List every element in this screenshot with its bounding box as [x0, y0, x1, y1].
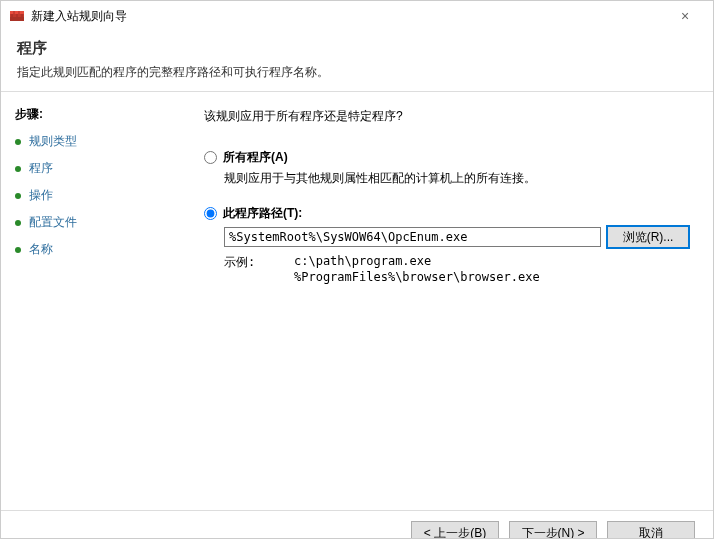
back-button[interactable]: < 上一步(B): [411, 521, 499, 539]
step-label: 操作: [29, 187, 53, 204]
window-title: 新建入站规则向导: [31, 8, 665, 25]
svg-rect-1: [10, 11, 24, 14]
radio-path-label: 此程序路径(T):: [223, 205, 302, 222]
bullet-icon: [15, 166, 21, 172]
next-button[interactable]: 下一步(N) >: [509, 521, 597, 539]
cancel-button[interactable]: 取消: [607, 521, 695, 539]
step-label: 配置文件: [29, 214, 77, 231]
wizard-header: 程序 指定此规则匹配的程序的完整程序路径和可执行程序名称。: [1, 31, 713, 91]
page-subtitle: 指定此规则匹配的程序的完整程序路径和可执行程序名称。: [17, 64, 697, 81]
wizard-steps-sidebar: 步骤: 规则类型 程序 操作 配置文件 名称: [1, 92, 186, 510]
svg-rect-2: [10, 17, 24, 21]
radio-program-path[interactable]: [204, 207, 217, 220]
firewall-icon: [9, 8, 25, 24]
step-rule-type[interactable]: 规则类型: [15, 133, 176, 150]
bullet-icon: [15, 193, 21, 199]
step-profile[interactable]: 配置文件: [15, 214, 176, 231]
step-name[interactable]: 名称: [15, 241, 176, 258]
bullet-icon: [15, 139, 21, 145]
titlebar: 新建入站规则向导 ×: [1, 1, 713, 31]
step-label: 规则类型: [29, 133, 77, 150]
browse-button[interactable]: 浏览(R)...: [607, 226, 689, 248]
example-label: 示例:: [224, 254, 294, 285]
page-title: 程序: [17, 39, 697, 58]
content-question: 该规则应用于所有程序还是特定程序?: [204, 108, 689, 125]
bullet-icon: [15, 220, 21, 226]
step-program[interactable]: 程序: [15, 160, 176, 177]
step-action[interactable]: 操作: [15, 187, 176, 204]
step-label: 程序: [29, 160, 53, 177]
option-program-path[interactable]: 此程序路径(T):: [204, 205, 689, 222]
program-path-input[interactable]: [224, 227, 601, 247]
wizard-footer: < 上一步(B) 下一步(N) > 取消: [1, 511, 713, 539]
close-button[interactable]: ×: [665, 8, 705, 24]
bullet-icon: [15, 247, 21, 253]
option-all-desc: 规则应用于与其他规则属性相匹配的计算机上的所有连接。: [224, 170, 689, 187]
example-values: c:\path\program.exe %ProgramFiles%\brows…: [294, 254, 540, 285]
radio-all-label: 所有程序(A): [223, 149, 288, 166]
wizard-content: 该规则应用于所有程序还是特定程序? 所有程序(A) 规则应用于与其他规则属性相匹…: [186, 92, 713, 510]
option-all-programs[interactable]: 所有程序(A): [204, 149, 689, 166]
step-label: 名称: [29, 241, 53, 258]
steps-heading: 步骤:: [15, 106, 176, 123]
radio-all-programs[interactable]: [204, 151, 217, 164]
